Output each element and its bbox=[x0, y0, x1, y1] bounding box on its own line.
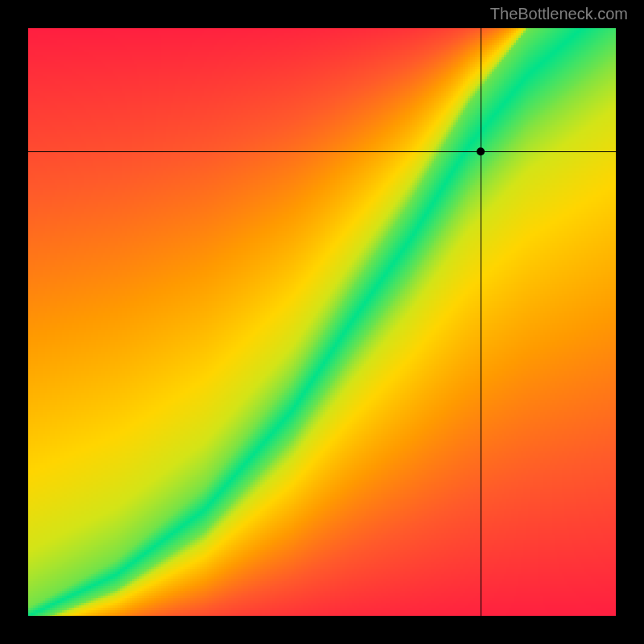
watermark-text: TheBottleneck.com bbox=[490, 5, 628, 23]
bottleneck-heatmap bbox=[28, 28, 616, 616]
chart-container: TheBottleneck.com bbox=[0, 0, 644, 644]
